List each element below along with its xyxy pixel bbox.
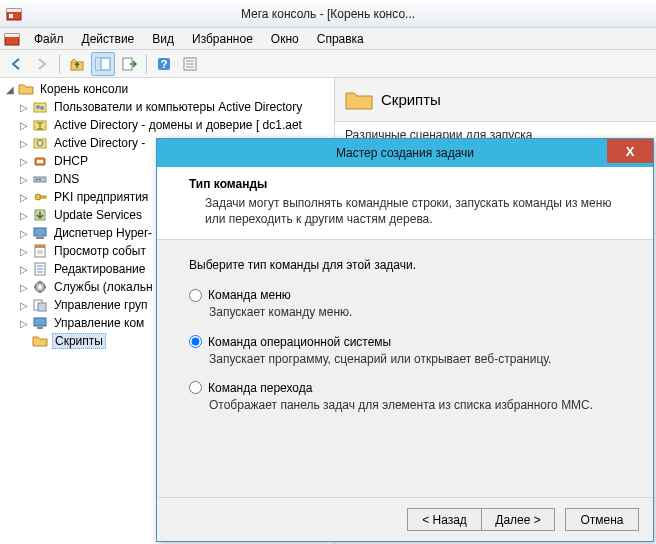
help-button[interactable]: ? <box>152 52 176 76</box>
tree-item-label: Управление груп <box>52 298 149 312</box>
tree-item[interactable]: ▷Active Directory - домены и доверие [ d… <box>2 116 332 134</box>
tree-item-label: Службы (локальн <box>52 280 155 294</box>
expand-icon[interactable]: ▷ <box>18 299 30 311</box>
svg-rect-1 <box>7 9 21 12</box>
menu-action[interactable]: Действие <box>74 30 143 48</box>
wizard-option-label[interactable]: Команда операционной системы <box>189 335 621 349</box>
expand-icon[interactable]: ▷ <box>18 119 30 131</box>
svg-rect-44 <box>34 318 46 326</box>
folder-icon <box>18 81 34 97</box>
tree-item-label: DNS <box>52 172 81 186</box>
wizard-option-label[interactable]: Команда перехода <box>189 381 621 395</box>
menu-help[interactable]: Справка <box>309 30 372 48</box>
wizard-section-title: Тип команды <box>189 177 621 191</box>
svg-rect-31 <box>36 237 44 239</box>
svg-rect-7 <box>96 58 101 70</box>
expand-icon[interactable]: ▷ <box>18 245 30 257</box>
svg-point-41 <box>38 285 42 289</box>
wizard-option-text: Команда перехода <box>208 381 312 395</box>
gpo-icon <box>32 297 48 313</box>
wizard-footer: < Назад Далее > Отмена <box>157 497 653 541</box>
svg-rect-16 <box>34 103 46 112</box>
window-title: Мега консоль - [Корень консо... <box>241 7 415 21</box>
menu-file[interactable]: Файл <box>26 30 72 48</box>
svg-rect-45 <box>37 327 43 329</box>
nav-back-button[interactable] <box>4 52 28 76</box>
tree-item-label: Управление ком <box>52 316 146 330</box>
tree-root[interactable]: ◢ Корень консоли <box>2 80 332 98</box>
collapse-icon[interactable]: ◢ <box>4 83 16 95</box>
toolbar-separator <box>146 54 147 74</box>
svg-rect-2 <box>9 14 13 18</box>
app-icon <box>6 6 22 22</box>
tree-item-label: Active Directory - домены и доверие [ dc… <box>52 118 304 132</box>
wizard-prompt: Выберите тип команды для этой задачи. <box>189 258 621 272</box>
wizard-radio[interactable] <box>189 381 202 394</box>
menu-window[interactable]: Окно <box>263 30 307 48</box>
events-icon <box>32 243 48 259</box>
policy-icon <box>32 261 48 277</box>
export-button[interactable] <box>117 52 141 76</box>
wizard-back-button[interactable]: < Назад <box>407 508 481 531</box>
wizard-body: Выберите тип команды для этой задачи. Ко… <box>157 240 653 497</box>
wizard-radio[interactable] <box>189 289 202 302</box>
wizard-option: Команда менюЗапускает команду меню. <box>189 288 621 320</box>
expand-icon[interactable]: ▷ <box>18 173 30 185</box>
tree-item-label: Просмотр событ <box>52 244 148 258</box>
svg-point-18 <box>40 106 44 110</box>
menu-favorites[interactable]: Избранное <box>184 30 261 48</box>
svg-point-25 <box>36 179 38 181</box>
menu-view[interactable]: Вид <box>144 30 182 48</box>
up-folder-button[interactable] <box>65 52 89 76</box>
ad-sites-icon <box>32 135 48 151</box>
expand-icon[interactable]: ▷ <box>18 209 30 221</box>
expand-icon[interactable]: ▷ <box>18 227 30 239</box>
tree-item-label: Редактирование <box>52 262 147 276</box>
tree-item-label: DHCP <box>52 154 90 168</box>
expand-icon[interactable]: ▷ <box>18 155 30 167</box>
expand-icon[interactable]: ▷ <box>18 137 30 149</box>
menubar: Файл Действие Вид Избранное Окно Справка <box>0 28 656 50</box>
tree-item[interactable]: ▷Пользователи и компьютеры Active Direct… <box>2 98 332 116</box>
wizard-cancel-button[interactable]: Отмена <box>565 508 639 531</box>
expand-icon[interactable]: ▷ <box>18 191 30 203</box>
services-icon <box>32 279 48 295</box>
expand-icon[interactable]: ▷ <box>18 101 30 113</box>
toolbar: ? <box>0 50 656 78</box>
toolbar-separator <box>59 54 60 74</box>
window-titlebar: Мега консоль - [Корень консо... <box>0 0 656 28</box>
wizard-titlebar[interactable]: Мастер создания задачи X <box>157 139 653 167</box>
svg-rect-33 <box>35 245 45 248</box>
wizard-option-text: Команда операционной системы <box>208 335 391 349</box>
wizard-radio[interactable] <box>189 335 202 348</box>
wizard-title: Мастер создания задачи <box>336 146 474 160</box>
ad-domains-icon <box>32 117 48 133</box>
tree-item-label: Пользователи и компьютеры Active Directo… <box>52 100 304 114</box>
svg-point-26 <box>39 179 41 181</box>
wizard-option-label[interactable]: Команда меню <box>189 288 621 302</box>
wizard-header: Тип команды Задачи могут выполнять коман… <box>157 167 653 240</box>
properties-button[interactable] <box>178 52 202 76</box>
expand-icon[interactable] <box>18 335 30 347</box>
expand-icon[interactable]: ▷ <box>18 281 30 293</box>
show-tree-button[interactable] <box>91 52 115 76</box>
folder-icon <box>32 333 48 349</box>
svg-rect-43 <box>38 303 46 311</box>
expand-icon[interactable]: ▷ <box>18 317 30 329</box>
wizard-close-button[interactable]: X <box>607 139 653 163</box>
dns-icon <box>32 171 48 187</box>
update-icon <box>32 207 48 223</box>
wizard-section-desc: Задачи могут выполнять командные строки,… <box>189 195 621 227</box>
details-header: Скрипты <box>335 78 656 122</box>
nav-forward-button[interactable] <box>30 52 54 76</box>
pki-icon <box>32 189 48 205</box>
svg-rect-4 <box>5 34 19 37</box>
tree-item-label: Диспетчер Hyper- <box>52 226 154 240</box>
expand-icon[interactable]: ▷ <box>18 263 30 275</box>
svg-text:?: ? <box>161 58 168 70</box>
tree-item-label: Скрипты <box>52 333 106 349</box>
wizard-option-text: Команда меню <box>208 288 291 302</box>
wizard-next-button[interactable]: Далее > <box>481 508 555 531</box>
ad-users-icon <box>32 99 48 115</box>
details-title: Скрипты <box>381 91 441 108</box>
